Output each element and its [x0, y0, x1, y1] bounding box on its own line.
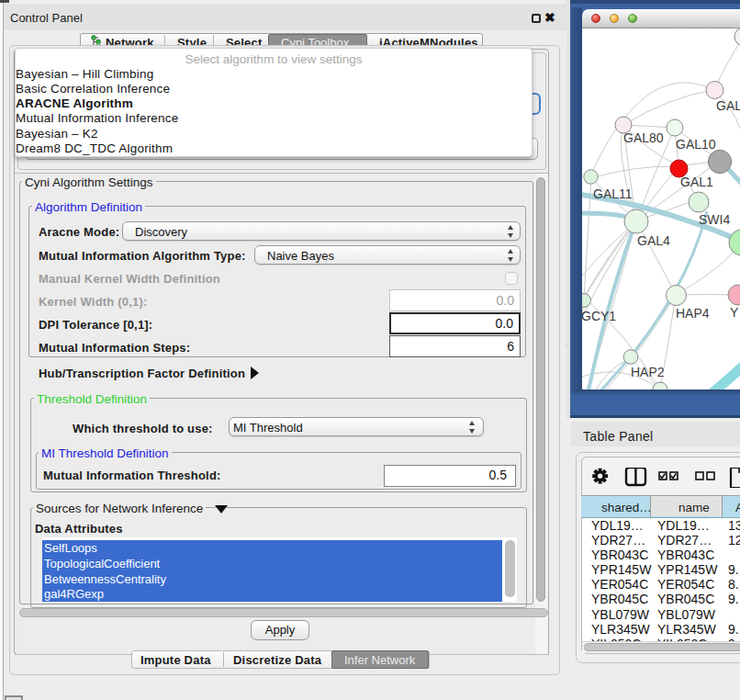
svg-text:HAP4: HAP4 — [676, 306, 710, 321]
svg-text:GAL80: GAL80 — [623, 130, 664, 145]
svg-text:Y: Y — [730, 305, 739, 320]
svg-text:HAP2: HAP2 — [631, 365, 665, 379]
svg-text:GAL7: GAL7 — [716, 98, 740, 113]
svg-text:GCY1: GCY1 — [582, 309, 616, 323]
svg-text:GAL11: GAL11 — [593, 186, 633, 201]
svg-text:GAL10: GAL10 — [676, 137, 716, 152]
svg-text:GAL1: GAL1 — [680, 175, 713, 189]
svg-text:SWI4: SWI4 — [699, 212, 730, 227]
svg-text:GAL4: GAL4 — [637, 233, 670, 248]
